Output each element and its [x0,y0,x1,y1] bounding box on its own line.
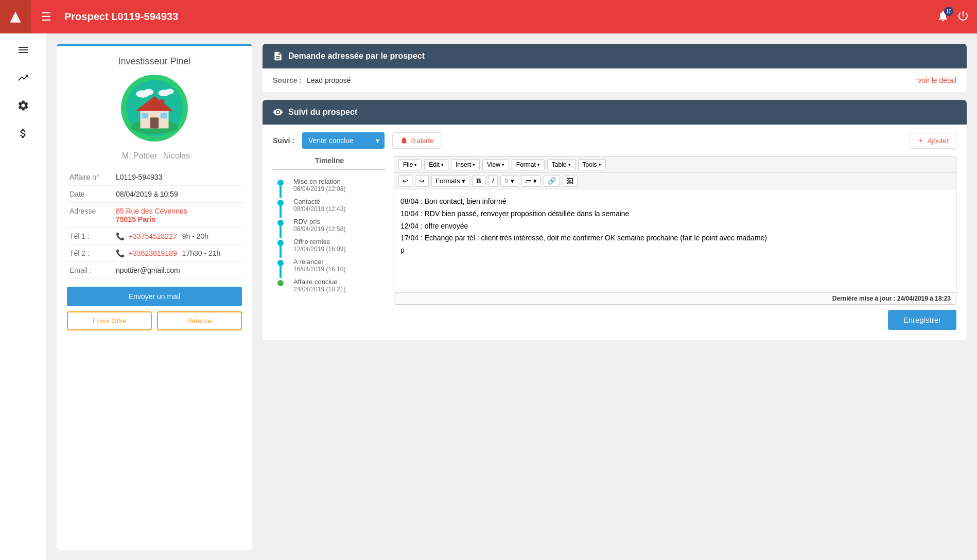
timeline-items: Mise en relation08/04/2019 (12:08)Contac… [273,178,386,298]
adresse-label: Adresse [67,203,113,228]
editor-line: 12/04 : offre envoyée [400,220,950,233]
formats-button[interactable]: Formats ▾ [431,175,469,187]
editor-menubar: File ▾Edit ▾Insert ▾View ▾Format ▾Table … [394,157,956,173]
svg-rect-10 [142,113,148,118]
unordered-list-button[interactable]: ≡ ▾ [500,175,518,187]
avatar [121,75,188,142]
logo [0,0,31,33]
tel1-value: 📞 +33754528227 9h - 20h [113,228,242,245]
envoi-offre-button[interactable]: Envoi Offre [67,311,152,330]
timeline-title: Timeline [273,156,386,170]
insert-menu[interactable]: Insert ▾ [451,159,480,170]
editor-content[interactable]: 08/04 : Bon contact, bien informé10/04 :… [394,189,956,292]
right-panel: Demande adressée par le prospect Source … [263,44,967,550]
date-value: 08/04/2019 à 10:59 [113,186,242,203]
svg-rect-9 [150,117,159,128]
suivi-select-wrapper: En cours Vente conclue Perdu A relancer [302,132,385,149]
bold-button[interactable]: B [472,175,485,187]
suivi-section: Suivi du prospect Suivi : En cours Vente… [263,100,967,340]
sidebar-list-icon[interactable] [17,44,29,59]
editor-line: 17/04 : Echange par tél : client très in… [400,232,950,244]
redo-button[interactable]: ↪ [415,175,429,187]
tel2-label: Tél 2 : [67,245,113,262]
suivi-label: Suivi : [273,136,294,145]
adresse-value: 85 Rue des Cévennes 75015 Paris [113,203,242,228]
editor-line: 10/04 : RDV bien passé, renvoyer proposi… [400,208,950,220]
affaire-row: Affaire n° L0119-594933 [67,169,242,186]
affaire-label: Affaire n° [67,169,113,186]
timeline-item: Offre remise12/04/2019 (16:09) [273,238,386,258]
svg-rect-8 [160,100,164,108]
sidebar-settings-icon[interactable] [17,99,29,114]
svg-point-2 [144,89,153,95]
suivi-dropdown[interactable]: En cours Vente conclue Perdu A relancer [302,132,385,149]
eye-icon [273,107,283,117]
suivi-header-title: Suivi du prospect [288,108,357,117]
ordered-list-button[interactable]: ≔ ▾ [521,175,542,187]
send-mail-button[interactable]: Envoyer un mail [67,287,242,306]
editor-line: p [400,244,950,257]
sidebar-dollar-icon[interactable] [17,127,29,142]
italic-button[interactable]: I [488,175,498,187]
timeline-item: Contacté08/04/2019 (12:42) [273,198,386,218]
notif-count: 10 [944,7,953,16]
phone2-icon: 📞 [116,249,125,257]
editor-footer: Dernière mise à jour : 24/04/2019 à 18:2… [394,292,956,304]
voir-detail-link[interactable]: voir le détail [918,76,956,84]
tel2-value: 📞 +33623819189 17h30 - 21h [113,245,242,262]
bottom-row: Enregistrer [273,305,956,332]
demande-header: Demande adressée par le prospect [263,44,967,68]
enregistrer-button[interactable]: Enregistrer [888,310,956,330]
page-title: Prospect L0119-594933 [64,11,929,23]
last-update-value: 24/04/2019 à 18:23 [897,295,951,302]
alerte-label: 0 alerte [411,137,433,145]
timeline-item: RDV pris08/04/2019 (12:58) [273,218,386,238]
demande-header-title: Demande adressée par le prospect [288,51,425,61]
sidebar [0,33,46,560]
svg-rect-11 [161,113,167,118]
ajouter-button[interactable]: Ajouter [910,133,956,149]
demande-section: Demande adressée par le prospect Source … [263,44,967,92]
date-row: Date 08/04/2019 à 10:59 [67,186,242,203]
topbar: ☰ Prospect L0119-594933 10 [0,0,977,33]
sidebar-chart-icon[interactable] [17,72,29,86]
editor-toolbar: ↩ ↪ Formats ▾ B I ≡ ▾ ≔ ▾ 🔗 🖼 [394,173,956,189]
notification-bell[interactable]: 10 [937,10,949,24]
info-table: Affaire n° L0119-594933 Date 08/04/2019 … [67,169,242,279]
view-menu[interactable]: View ▾ [482,159,509,170]
table-menu[interactable]: Table ▾ [547,159,575,170]
suivi-header: Suivi du prospect [263,100,967,125]
timeline: Timeline Mise en relation08/04/2019 (12:… [273,156,386,305]
timeline-editor: Timeline Mise en relation08/04/2019 (12:… [273,156,956,305]
bell-icon [400,136,408,145]
image-button[interactable]: 🖼 [563,175,578,187]
date-label: Date [67,186,113,203]
suivi-body: Suivi : En cours Vente conclue Perdu A r… [263,125,967,340]
source-value: Lead proposé [307,76,918,84]
format-menu[interactable]: Format ▾ [512,159,545,170]
person-name: M. Pottier Nicolas [119,149,190,161]
timeline-item: Affaire conclue24/04/2019 (18:21) [273,278,386,298]
edit-menu[interactable]: Edit ▾ [424,159,448,170]
prospect-card: Investisseur Pinel [57,44,252,550]
tel1-row: Tél 1 : 📞 +33754528227 9h - 20h [67,228,242,245]
menu-icon[interactable]: ☰ [41,10,51,24]
ajouter-label: Ajouter [928,137,949,145]
link-button[interactable]: 🔗 [544,175,560,187]
card-title: Investisseur Pinel [118,56,190,67]
power-icon[interactable] [957,10,969,24]
layout: Investisseur Pinel [0,33,977,560]
timeline-item: A relancer16/04/2019 (16:10) [273,258,386,278]
last-update-label: Dernière mise à jour : [832,295,897,302]
undo-button[interactable]: ↩ [398,175,412,187]
action-buttons: Envoi Offre Relance [67,311,242,330]
tel2-row: Tél 2 : 📞 +33623819189 17h30 - 21h [67,245,242,262]
email-label: Email : [67,262,113,279]
svg-point-4 [165,89,174,94]
file-menu[interactable]: File ▾ [398,159,422,170]
alerte-button[interactable]: 0 alerte [392,132,441,149]
address-link[interactable]: 85 Rue des Cévennes 75015 Paris [116,207,187,223]
phone-icon: 📞 [116,232,125,240]
tools-menu[interactable]: Tools ▾ [578,159,606,170]
relance-button[interactable]: Relance [157,311,242,330]
